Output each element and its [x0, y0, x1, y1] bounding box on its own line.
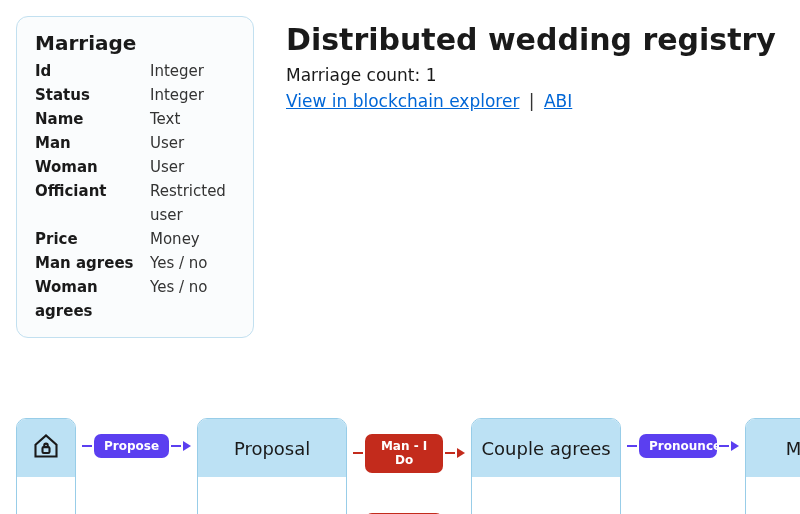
- field-type: User: [150, 155, 184, 179]
- link-separator: |: [525, 91, 539, 111]
- field-row: Man agreesYes / no: [35, 251, 235, 275]
- arrow-man-ido: Man - I Do: [353, 434, 465, 473]
- field-row: ManUser: [35, 131, 235, 155]
- abi-link[interactable]: ABI: [544, 91, 572, 111]
- field-row: IdInteger: [35, 59, 235, 83]
- field-row: NameText: [35, 107, 235, 131]
- field-label: Woman: [35, 155, 150, 179]
- arrow-pronounce: Pronounce: [627, 434, 739, 458]
- field-row: PriceMoney: [35, 227, 235, 251]
- field-type: Restricted user: [150, 179, 235, 227]
- field-type: User: [150, 131, 184, 155]
- field-label: Man: [35, 131, 150, 155]
- field-type: Yes / no: [150, 275, 208, 323]
- field-type: Yes / no: [150, 251, 208, 275]
- field-row: WomanUser: [35, 155, 235, 179]
- field-label: Id: [35, 59, 150, 83]
- page-title: Distributed wedding registry: [286, 22, 776, 57]
- field-type: Integer: [150, 83, 204, 107]
- field-label: Status: [35, 83, 150, 107]
- state-proposal: Proposal: [197, 418, 347, 514]
- field-row: Woman agreesYes / no: [35, 275, 235, 323]
- field-label: Officiant: [35, 179, 150, 227]
- arrow-propose: Propose: [82, 434, 191, 458]
- field-row: StatusInteger: [35, 83, 235, 107]
- svg-rect-0: [43, 447, 50, 453]
- field-type: Text: [150, 107, 180, 131]
- field-type: Money: [150, 227, 200, 251]
- count-line: Marriage count: 1: [286, 65, 776, 85]
- entity-title: Marriage: [35, 31, 235, 55]
- state-married: Married: [745, 418, 800, 514]
- explorer-link[interactable]: View in blockchain explorer: [286, 91, 519, 111]
- field-label: Price: [35, 227, 150, 251]
- field-type: Integer: [150, 59, 204, 83]
- state-initial: [16, 418, 76, 514]
- field-label: Woman agrees: [35, 275, 150, 323]
- state-couple-agrees: Couple agrees: [471, 418, 621, 514]
- field-label: Man agrees: [35, 251, 150, 275]
- lock-house-icon: [32, 432, 60, 464]
- entity-card: Marriage IdIntegerStatusIntegerNameTextM…: [16, 16, 254, 338]
- state-flow: Propose Proposal Man - I Do Woman - I Do…: [16, 418, 784, 514]
- field-label: Name: [35, 107, 150, 131]
- field-row: OfficiantRestricted user: [35, 179, 235, 227]
